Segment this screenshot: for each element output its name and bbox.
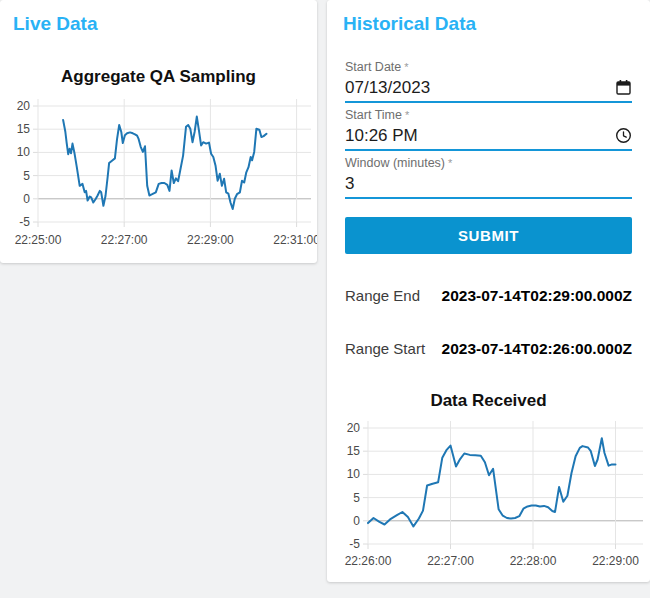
start-time-value[interactable]: 10:26 PM	[345, 126, 418, 146]
start-time-label: Start Time*	[345, 108, 632, 123]
calendar-icon[interactable]	[615, 79, 632, 96]
svg-text:0: 0	[353, 514, 360, 528]
range-start-label: Range Start	[345, 340, 425, 357]
start-date-input[interactable]: 07/13/2023	[345, 75, 632, 103]
live-data-heading: Live Data	[0, 0, 317, 35]
svg-text:20: 20	[17, 99, 31, 113]
range-end-label: Range End	[345, 287, 420, 304]
received-chart-title: Data Received	[327, 391, 650, 411]
svg-text:22:27:00: 22:27:00	[101, 233, 148, 247]
start-time-field: Start Time* 10:26 PM	[345, 108, 632, 151]
svg-text:22:26:00: 22:26:00	[345, 554, 392, 568]
svg-text:22:31:00: 22:31:00	[273, 233, 317, 247]
received-chart-svg: -50510152022:26:0022:27:0022:28:0022:29:…	[327, 415, 650, 573]
svg-text:10: 10	[17, 145, 31, 159]
live-data-panel: Live Data Aggregate QA Sampling -5051015…	[0, 0, 317, 263]
svg-text:5: 5	[23, 169, 30, 183]
svg-text:5: 5	[353, 491, 360, 505]
svg-text:22:25:00: 22:25:00	[15, 233, 62, 247]
required-marker: *	[448, 157, 452, 169]
start-date-label-text: Start Date	[345, 60, 401, 74]
window-minutes-input[interactable]: 3	[345, 171, 632, 199]
svg-text:-5: -5	[349, 537, 360, 551]
svg-text:15: 15	[347, 444, 361, 458]
app-root: { "colors": { "heading_blue": "#29b2f5",…	[0, 0, 650, 598]
svg-text:22:29:00: 22:29:00	[187, 233, 234, 247]
svg-text:10: 10	[347, 467, 361, 481]
range-end-value: 2023-07-14T02:29:00.000Z	[442, 287, 632, 305]
submit-button[interactable]: SUBMIT	[345, 217, 632, 254]
window-minutes-label-text: Window (minutes)	[345, 156, 445, 170]
live-chart-svg: -50510152022:25:0022:27:0022:29:0022:31:…	[0, 95, 317, 253]
clock-icon[interactable]	[615, 127, 632, 144]
historical-data-heading: Historical Data	[327, 0, 650, 35]
range-start-value: 2023-07-14T02:26:00.000Z	[442, 340, 632, 358]
start-date-field: Start Date* 07/13/2023	[345, 60, 632, 103]
svg-text:0: 0	[23, 192, 30, 206]
start-time-label-text: Start Time	[345, 108, 402, 122]
svg-text:22:28:00: 22:28:00	[510, 554, 557, 568]
start-date-value[interactable]: 07/13/2023	[345, 78, 430, 98]
svg-text:-5: -5	[19, 215, 30, 229]
aggregate-qa-sampling-chart: -50510152022:25:0022:27:0022:29:0022:31:…	[0, 95, 317, 253]
svg-text:22:27:00: 22:27:00	[427, 554, 474, 568]
data-received-chart: -50510152022:26:0022:27:0022:28:0022:29:…	[327, 415, 650, 573]
range-end-row: Range End 2023-07-14T02:29:00.000Z	[345, 287, 632, 305]
live-chart-title: Aggregate QA Sampling	[0, 67, 317, 87]
range-start-row: Range Start 2023-07-14T02:26:00.000Z	[345, 340, 632, 358]
required-marker: *	[405, 109, 409, 121]
start-time-input[interactable]: 10:26 PM	[345, 123, 632, 151]
required-marker: *	[404, 61, 408, 73]
svg-text:20: 20	[347, 421, 361, 435]
svg-text:22:29:00: 22:29:00	[592, 554, 639, 568]
window-minutes-value[interactable]: 3	[345, 174, 354, 194]
svg-text:15: 15	[17, 122, 31, 136]
window-minutes-field: Window (minutes)* 3	[345, 156, 632, 199]
historical-form: Start Date* 07/13/2023 Start Time* 10:26…	[327, 60, 650, 358]
window-minutes-label: Window (minutes)*	[345, 156, 632, 171]
start-date-label: Start Date*	[345, 60, 632, 75]
historical-data-panel: Historical Data Start Date* 07/13/2023 S…	[327, 0, 650, 582]
